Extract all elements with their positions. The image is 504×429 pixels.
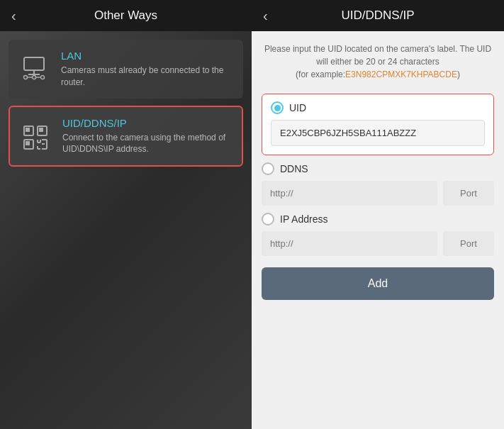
ip-section: IP Address [262, 213, 494, 256]
ip-radio-button[interactable] [262, 213, 274, 225]
uid-ddns-ip-item-desc: Connect to the camera using the method o… [62, 132, 233, 156]
ddns-port-input[interactable] [443, 181, 494, 206]
svg-point-3 [33, 76, 36, 79]
add-button[interactable]: Add [262, 267, 494, 300]
left-panel: ‹ Other Ways LAN [0, 0, 252, 429]
lan-item-title: LAN [61, 50, 235, 62]
uid-radio-button[interactable] [271, 101, 284, 114]
ddns-radio-button[interactable] [262, 162, 274, 175]
uid-radio-label: UID [289, 102, 306, 113]
ddns-url-input[interactable] [262, 181, 437, 206]
ip-input-row [262, 231, 494, 256]
ip-radio-label: IP Address [280, 213, 327, 225]
svg-rect-13 [26, 142, 29, 145]
svg-rect-11 [40, 128, 43, 131]
lan-item-desc: Cameras must already be connected to the… [61, 65, 235, 89]
ip-option-row: IP Address [262, 213, 494, 225]
ddns-input-row [262, 181, 494, 206]
lan-item-text: LAN Cameras must already be connected to… [61, 50, 235, 89]
uid-ddns-ip-item-title: UID/DDNS/IP [62, 117, 233, 129]
ddns-section: DDNS [262, 162, 494, 206]
left-header: ‹ Other Ways [0, 0, 252, 31]
svg-point-4 [24, 76, 28, 79]
left-header-title: Other Ways [94, 9, 157, 23]
info-text: Please input the UID located on the came… [262, 40, 494, 87]
right-back-button[interactable]: ‹ [263, 8, 268, 24]
uid-input-field[interactable] [271, 120, 485, 146]
uid-section: UID [262, 94, 494, 155]
uid-option-row: UID [271, 101, 485, 114]
info-example-prefix: (for example: [296, 69, 345, 79]
info-example-suffix: ) [457, 69, 460, 79]
svg-point-5 [41, 76, 45, 79]
svg-rect-9 [26, 128, 29, 131]
left-back-button[interactable]: ‹ [11, 8, 16, 24]
right-header-title: UID/DDNS/IP [342, 9, 415, 23]
ddns-radio-label: DDNS [280, 163, 308, 174]
svg-rect-0 [24, 57, 44, 70]
info-example-value: E3N982CPMXK7KHPABCDE [345, 69, 457, 79]
uid-ddns-ip-item-text: UID/DDNS/IP Connect to the camera using … [62, 117, 233, 156]
info-main-text: Please input the UID located on the came… [264, 44, 491, 67]
lan-menu-item[interactable]: LAN Cameras must already be connected to… [9, 40, 243, 99]
uid-icon [18, 122, 52, 150]
lan-icon [17, 55, 51, 83]
ip-port-input[interactable] [443, 231, 494, 256]
uid-ddns-ip-menu-item[interactable]: UID/DDNS/IP Connect to the camera using … [9, 106, 243, 167]
right-header: ‹ UID/DDNS/IP [252, 0, 504, 31]
ip-url-input[interactable] [262, 231, 437, 256]
right-panel: ‹ UID/DDNS/IP Please input the UID locat… [252, 0, 504, 429]
ddns-option-row: DDNS [262, 162, 494, 175]
right-body: Please input the UID located on the came… [252, 31, 504, 429]
left-menu-list: LAN Cameras must already be connected to… [0, 31, 252, 175]
